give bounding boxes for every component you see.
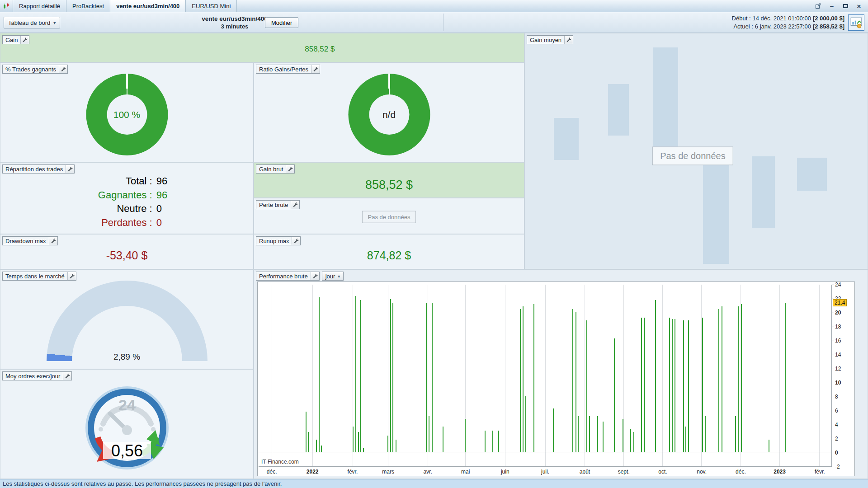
orders-dial-icon: 24 0,56 [84, 385, 170, 471]
donut-hole: n/d [369, 94, 409, 135]
tab-probacktest[interactable]: ProBacktest [66, 0, 110, 12]
backtest-dates: Début :14 déc. 2021 01:00:00[2 000,00 $]… [732, 14, 844, 31]
time-in-market-panel-title: Temps dans le marché [5, 273, 65, 280]
gross-loss-panel-tag: Perte brute [256, 200, 300, 209]
strategy-timeframe: 3 minutes [202, 23, 268, 30]
current-datetime: 6 janv. 2023 22:57:00 [755, 23, 811, 30]
tab-label: vente eur/usd3min/400 [116, 3, 179, 9]
orders-per-day-dial: 24 0,56 [84, 385, 170, 471]
wrench-icon[interactable] [311, 65, 320, 73]
wrench-icon[interactable] [286, 165, 294, 173]
performance-chart: 242220181614121086420-221,4 déc.2022févr… [257, 282, 855, 476]
start-label: Début : [732, 15, 751, 22]
minimize-button[interactable]: – [826, 1, 837, 10]
tab-rapport-detaille[interactable]: Rapport détaillé [13, 0, 66, 12]
distribution-row-losing: Perdantes : 0 [57, 216, 207, 230]
panel-gain-loss-ratio: Ratio Gains/Pertes n/d [254, 62, 524, 162]
dial-label: 24 [118, 396, 136, 413]
wrench-icon[interactable] [564, 36, 573, 44]
gain-panel-title: Gain [5, 37, 18, 43]
start-datetime: 14 déc. 2021 01:00:00 [753, 15, 811, 22]
win-rate-panel-tag: % Trades gagnants [2, 65, 68, 74]
dashboard-view-dropdown[interactable]: Tableau de bord ▾ [4, 17, 60, 28]
start-date-line: Début :14 déc. 2021 01:00:00[2 000,00 $] [732, 14, 844, 23]
detach-window-icon[interactable] [813, 1, 824, 10]
period-dropdown[interactable]: jour ▾ [322, 272, 344, 281]
tab-label: ProBacktest [72, 3, 104, 9]
panel-time-in-market: Temps dans le marché 2,89 % [0, 269, 254, 369]
current-date-line: Actuel :6 janv. 2023 22:57:00[2 858,52 $… [732, 23, 844, 31]
wrench-icon[interactable] [66, 165, 74, 173]
panel-gain-moyen: Gain moyen Pas de données [524, 33, 868, 269]
wrench-icon[interactable] [291, 201, 299, 209]
donut-hole: 100 % [107, 94, 147, 135]
gross-gain-panel-title: Gain brut [259, 166, 283, 173]
distribution-row-neutral: Neutre : 0 [57, 202, 207, 216]
tab-eurusd-mini[interactable]: EUR/USD Mini [186, 0, 237, 12]
performance-panel-title: Performance brute [259, 273, 308, 280]
ratio-panel-tag: Ratio Gains/Pertes [256, 65, 320, 74]
row-label: Total : [57, 174, 152, 188]
performance-y-axis: 242220181614121086420-221,4 [832, 285, 854, 467]
win-rate-panel-title: % Trades gagnants [5, 66, 56, 73]
gross-loss-panel-title: Perte brute [259, 202, 288, 208]
tab-vente-eurusd[interactable]: vente eur/usd3min/400 [110, 0, 186, 12]
distribution-row-winning: Gagnantes : 96 [57, 188, 207, 202]
current-amount: [2 858,52 $] [813, 23, 844, 30]
close-button[interactable]: × [854, 1, 864, 10]
performance-plot-area[interactable] [259, 285, 832, 467]
performance-panel-tagrow: Performance brute jour ▾ [256, 272, 344, 281]
row-label: Neutre : [57, 202, 152, 216]
row-value: 96 [156, 174, 167, 188]
wrench-icon[interactable] [49, 237, 57, 245]
row-value: 0 [156, 216, 162, 230]
panel-runup-max: Runup max 874,82 $ [254, 234, 524, 269]
tab-label: EUR/USD Mini [192, 3, 231, 9]
panel-win-rate: % Trades gagnants 100 % [0, 62, 254, 162]
window-controls: – × [813, 0, 868, 12]
wrench-icon[interactable] [311, 272, 319, 280]
performance-x-axis: déc.2022févr.marsavr.maijuinjuil.aoûtsep… [259, 467, 832, 476]
current-label: Actuel : [733, 23, 753, 30]
distribution-panel-tag: Répartition des trades [2, 164, 75, 174]
avg-orders-panel-title: Moy ordres exec/jour [5, 373, 60, 380]
wrench-icon[interactable] [59, 65, 67, 73]
gain-moyen-panel-tag: Gain moyen [527, 35, 573, 44]
gain-panel-tag: Gain [2, 35, 29, 44]
wrench-icon[interactable] [63, 372, 71, 380]
report-config-icon[interactable] [848, 14, 864, 31]
distribution-row-total: Total : 96 [57, 174, 207, 188]
gain-value: 858,52 $ [305, 45, 335, 54]
win-rate-value: 100 % [113, 109, 141, 120]
chevron-down-icon: ▾ [338, 274, 340, 279]
performance-panel-tag: Performance brute [256, 272, 320, 281]
app-icon [0, 0, 13, 12]
panel-gross-gain: Gain brut 858,52 $ [254, 162, 524, 198]
toolbar: Tableau de bord ▾ vente eur/usd3min/400 … [0, 12, 868, 33]
time-in-market-gauge [47, 281, 208, 361]
panel-drawdown-max: Drawdown max -53,40 $ [0, 234, 254, 269]
probacktest-window: Rapport détaillé ProBacktest vente eur/u… [0, 0, 868, 488]
maximize-icon [843, 4, 848, 8]
strategy-name: vente eur/usd3min/400 [202, 15, 268, 23]
time-in-market-panel-tag: Temps dans le marché [2, 272, 76, 281]
titlebar-tabs: Rapport détaillé ProBacktest vente eur/u… [13, 0, 237, 12]
avg-orders-value: 0,56 [111, 441, 142, 460]
distribution-panel-title: Répartition des trades [5, 166, 63, 173]
modify-button[interactable]: Modifier [265, 17, 298, 28]
gain-moyen-panel-title: Gain moyen [530, 37, 561, 43]
toolbar-separator [443, 14, 443, 31]
drawdown-panel-title: Drawdown max [5, 238, 46, 244]
win-rate-donut: 100 % [86, 74, 168, 155]
ratio-panel-title: Ratio Gains/Pertes [259, 66, 308, 73]
watermark: IT-Finance.com [261, 459, 299, 465]
row-value: 96 [156, 188, 167, 202]
maximize-button[interactable] [840, 1, 851, 10]
no-data-label: Pas de données [362, 211, 416, 223]
wrench-icon[interactable] [292, 237, 300, 245]
wrench-icon[interactable] [20, 36, 29, 44]
avg-orders-panel-tag: Moy ordres exec/jour [2, 371, 72, 380]
wrench-icon[interactable] [67, 272, 76, 280]
ratio-value: n/d [382, 109, 396, 120]
ratio-donut: n/d [348, 74, 430, 155]
